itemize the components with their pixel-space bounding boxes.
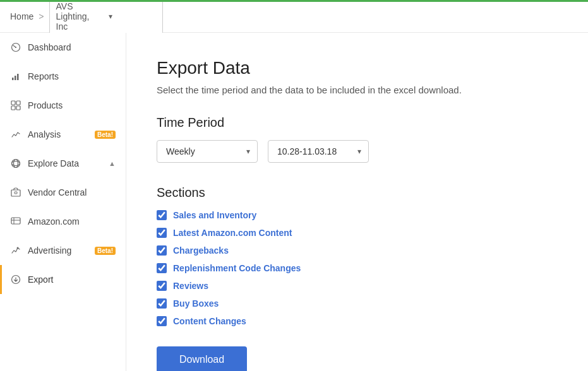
svg-rect-7 (11, 106, 15, 110)
checkbox-sales-inventory[interactable]: Sales and Inventory (157, 210, 558, 220)
svg-point-1 (15, 47, 16, 48)
sidebar-dashboard-label: Dashboard (28, 42, 116, 52)
checkbox-replenishment-label: Replenishment Code Changes (173, 263, 301, 273)
checkbox-replenishment-input[interactable] (157, 263, 167, 273)
checkbox-sales-inventory-input[interactable] (157, 210, 167, 220)
svg-rect-8 (16, 106, 20, 110)
checkbox-content-changes-label: Content Changes (173, 316, 246, 326)
svg-rect-12 (11, 190, 20, 196)
svg-point-17 (17, 247, 19, 249)
company-name: AVS Lighting, Inc (56, 1, 104, 32)
checkbox-chargebacks-label: Chargebacks (173, 245, 229, 256)
svg-rect-2 (12, 78, 14, 80)
sections-checkbox-list: Sales and Inventory Latest Amazon.com Co… (157, 210, 558, 326)
reports-icon (10, 71, 21, 82)
date-select-wrapper: 10.28-11.03.18 10.21-10.27.18 10.14-10.2… (268, 140, 369, 163)
checkbox-chargebacks[interactable]: Chargebacks (157, 245, 558, 256)
sidebar-item-vendor-central[interactable]: Vendor Central (0, 178, 126, 207)
sidebar-item-dashboard[interactable]: Dashboard (0, 33, 126, 62)
checkbox-reviews-input[interactable] (157, 281, 167, 291)
analysis-icon (10, 129, 21, 140)
explore-chevron-icon: ▲ (109, 160, 116, 167)
checkbox-amazon-content-input[interactable] (157, 228, 167, 238)
sidebar-item-products[interactable]: Products (0, 91, 126, 120)
period-select[interactable]: Weekly Daily Monthly (157, 140, 258, 163)
sidebar-analysis-label: Analysis (28, 129, 88, 139)
breadcrumb: Home > AVS Lighting, Inc ▾ (10, 0, 163, 35)
vendor-icon (10, 187, 21, 198)
svg-point-9 (12, 162, 20, 166)
period-select-wrapper: Weekly Daily Monthly ▾ (157, 140, 258, 163)
advertising-icon (10, 245, 21, 256)
company-selector[interactable]: AVS Lighting, Inc ▾ (49, 0, 163, 35)
amazon-icon (10, 216, 21, 227)
page-subtitle: Select the time period and the data to b… (157, 85, 558, 95)
checkbox-chargebacks-input[interactable] (157, 245, 167, 256)
svg-rect-5 (11, 101, 15, 105)
products-icon (10, 100, 21, 111)
checkbox-buy-boxes[interactable]: Buy Boxes (157, 298, 558, 309)
sidebar-item-export[interactable]: Export (0, 265, 126, 294)
sidebar-amazon-label: Amazon.com (28, 216, 116, 227)
sidebar-reports-label: Reports (28, 71, 116, 81)
checkbox-reviews-label: Reviews (173, 281, 208, 291)
sidebar-advertising-label: Advertising (28, 245, 88, 256)
chevron-down-icon: ▾ (109, 12, 156, 21)
time-period-label: Time Period (157, 115, 558, 130)
export-icon (10, 274, 21, 285)
sidebar-products-label: Products (28, 100, 116, 110)
svg-rect-14 (11, 218, 20, 224)
svg-rect-3 (15, 76, 16, 80)
sidebar-item-amazon[interactable]: Amazon.com (0, 207, 126, 236)
explore-icon (10, 158, 21, 169)
svg-rect-4 (17, 74, 19, 80)
sidebar-item-analysis[interactable]: Analysis Beta! (0, 120, 126, 149)
sidebar-item-reports[interactable]: Reports (0, 62, 126, 91)
page-title: Export Data (157, 58, 558, 78)
checkbox-content-changes[interactable]: Content Changes (157, 316, 558, 326)
breadcrumb-home[interactable]: Home (10, 11, 33, 21)
checkbox-buy-boxes-label: Buy Boxes (173, 298, 219, 309)
download-button[interactable]: Download (157, 346, 247, 371)
date-select[interactable]: 10.28-11.03.18 10.21-10.27.18 10.14-10.2… (268, 140, 369, 163)
top-bar: Home > AVS Lighting, Inc ▾ (0, 0, 588, 33)
sidebar-item-explore-data[interactable]: Explore Data ▲ (0, 149, 126, 178)
checkbox-reviews[interactable]: Reviews (157, 281, 558, 291)
svg-point-10 (14, 160, 18, 168)
checkbox-content-changes-input[interactable] (157, 316, 167, 326)
svg-rect-13 (15, 192, 17, 194)
sidebar: Dashboard Reports (0, 33, 126, 371)
sidebar-item-advertising[interactable]: Advertising Beta! (0, 236, 126, 265)
sidebar-vendor-label: Vendor Central (28, 187, 116, 197)
advertising-beta-badge: Beta! (95, 247, 116, 255)
svg-point-11 (12, 160, 20, 168)
checkbox-amazon-content[interactable]: Latest Amazon.com Content (157, 228, 558, 238)
sidebar-export-label: Export (28, 274, 116, 285)
checkbox-replenishment[interactable]: Replenishment Code Changes (157, 263, 558, 273)
checkbox-amazon-content-label: Latest Amazon.com Content (173, 228, 292, 238)
time-period-row: Weekly Daily Monthly ▾ 10.28-11.03.18 10… (157, 140, 558, 163)
checkbox-buy-boxes-input[interactable] (157, 298, 167, 309)
analysis-beta-badge: Beta! (95, 131, 116, 139)
sidebar-explore-label: Explore Data (28, 158, 102, 168)
sections-label: Sections (157, 186, 558, 200)
main-content: Export Data Select the time period and t… (126, 33, 588, 371)
checkbox-sales-inventory-label: Sales and Inventory (173, 210, 256, 220)
dashboard-icon (10, 42, 21, 53)
svg-rect-6 (16, 101, 20, 105)
accent-bar (0, 0, 588, 2)
breadcrumb-separator: > (39, 11, 44, 21)
